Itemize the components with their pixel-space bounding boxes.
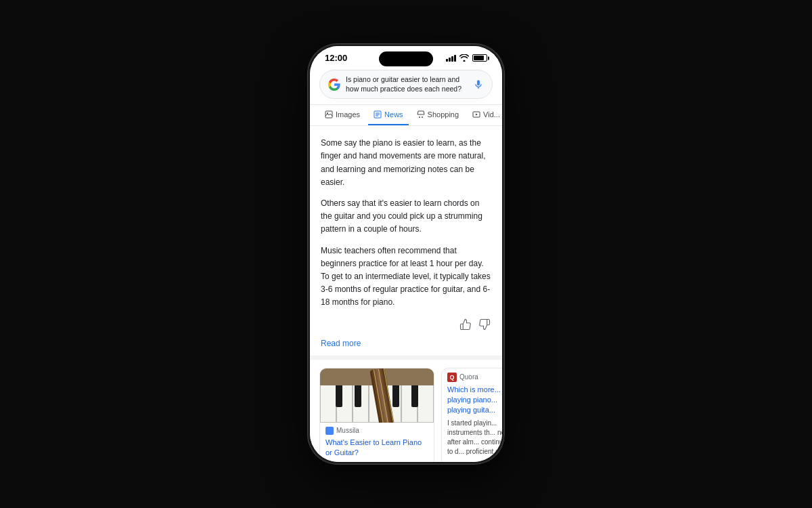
search-input-container[interactable]: Is piano or guitar easier to learn and h… xyxy=(319,70,493,99)
tab-images[interactable]: Images xyxy=(319,105,365,125)
answer-actions xyxy=(321,318,491,331)
quora-card-snippet: I started playin... instruments th... no… xyxy=(442,419,502,462)
answer-paragraph-2: Others say that it's easier to learn cho… xyxy=(321,197,491,236)
results-content[interactable]: Some say the piano is easier to learn, a… xyxy=(310,126,502,462)
status-bar: 12:00 xyxy=(310,46,502,66)
ai-answer-section: Some say the piano is easier to learn, a… xyxy=(310,126,502,359)
tab-images-label: Images xyxy=(336,110,360,119)
dynamic-island xyxy=(379,51,433,66)
images-tab-icon xyxy=(325,110,333,119)
mussila-favicon xyxy=(325,427,334,435)
tab-news[interactable]: News xyxy=(368,105,409,125)
tab-videos-label: Vid... xyxy=(483,110,500,119)
result-cards: Mussila What's Easier to Learn Piano or … xyxy=(310,360,502,462)
answer-paragraph-1: Some say the piano is easier to learn, a… xyxy=(321,137,491,189)
signal-icon xyxy=(446,55,456,62)
tab-shopping-label: Shopping xyxy=(428,110,459,119)
card-source-mussila: Mussila xyxy=(320,423,434,436)
card-title-mussila[interactable]: What's Easier to Learn Piano or Guitar? xyxy=(320,436,434,461)
tab-videos[interactable]: Vid... xyxy=(467,105,502,125)
thumbs-down-button[interactable] xyxy=(478,318,491,331)
thumbs-up-button[interactable] xyxy=(459,318,472,331)
phone-screen: 12:00 xyxy=(310,46,502,462)
search-query-text: Is piano or guitar easier to learn and h… xyxy=(346,75,468,93)
card-source-name-mussila: Mussila xyxy=(336,427,359,434)
mic-icon[interactable] xyxy=(473,79,484,90)
quora-logo-icon: Q xyxy=(447,373,457,382)
svg-point-7 xyxy=(422,117,423,118)
tab-news-label: News xyxy=(384,110,403,119)
status-icons xyxy=(446,54,487,62)
google-logo-icon xyxy=(328,79,340,91)
battery-icon xyxy=(472,54,487,62)
quora-source-name: Quora xyxy=(459,373,478,381)
read-more-link[interactable]: Read more xyxy=(321,339,361,348)
wifi-icon xyxy=(459,54,469,62)
videos-tab-icon xyxy=(472,110,480,119)
phone-frame: 12:00 xyxy=(308,44,504,464)
quora-card-title[interactable]: Which is more... playing piano... playin… xyxy=(442,385,502,419)
card-snippet-mussila: It's much easier to learn a song for the… xyxy=(320,461,434,462)
result-card-mussila[interactable]: Mussila What's Easier to Learn Piano or … xyxy=(319,368,434,462)
search-tabs: Images News Shopping xyxy=(310,105,502,126)
news-tab-icon xyxy=(374,110,382,119)
shopping-tab-icon xyxy=(417,110,425,119)
quora-header: Q Quora xyxy=(442,368,502,385)
card-image-piano-guitar xyxy=(320,368,434,423)
result-card-quora[interactable]: Q Quora Which is more... playing piano..… xyxy=(441,368,502,462)
search-bar: Is piano or guitar easier to learn and h… xyxy=(310,66,502,105)
status-time: 12:00 xyxy=(325,53,347,63)
tab-shopping[interactable]: Shopping xyxy=(411,105,465,125)
svg-point-6 xyxy=(419,117,420,118)
answer-paragraph-3: Music teachers often recommend that begi… xyxy=(321,245,491,310)
